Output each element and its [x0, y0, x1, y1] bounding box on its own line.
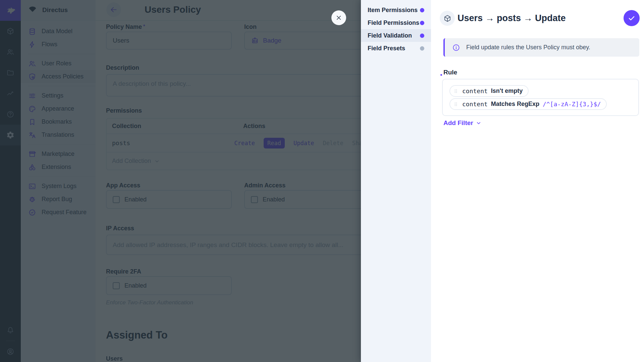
add-filter-label: Add Filter [443, 119, 473, 127]
save-button[interactable] [624, 10, 640, 26]
chevron-down-icon [475, 120, 482, 126]
drawer-nav-field-validation[interactable]: Field Validation [361, 29, 431, 42]
filter-value[interactable]: /^[a-zA-Z]{3,}$/ [543, 101, 601, 108]
filter-operator[interactable]: Matches RegExp [491, 101, 539, 108]
filter-operator[interactable]: Isn't empty [491, 87, 523, 95]
close-icon [335, 14, 343, 22]
filter-row: contentIsn't empty [449, 85, 529, 97]
drawer-nav-item-permissions[interactable]: Item Permissions [361, 4, 431, 16]
drawer-nav-label: Field Validation [368, 32, 420, 39]
filter-field[interactable]: content [462, 101, 488, 108]
permissions-drawer: Item PermissionsField PermissionsField V… [361, 0, 644, 362]
drawer-nav-label: Field Permissions [368, 19, 420, 26]
rule-filter-box: contentIsn't emptycontentMatches RegExp/… [442, 79, 639, 116]
drawer-nav-field-presets[interactable]: Field Presets [361, 42, 431, 55]
drawer-title: Users → posts → Update [458, 13, 566, 23]
add-filter-button[interactable]: Add Filter [443, 119, 482, 127]
status-dot [420, 21, 424, 25]
status-dot [420, 8, 424, 12]
drawer-nav-field-permissions[interactable]: Field Permissions [361, 16, 431, 29]
drawer-nav: Item PermissionsField PermissionsField V… [361, 0, 431, 362]
rule-label: Rule [443, 69, 457, 76]
filter-field[interactable]: content [462, 87, 488, 95]
info-banner: Field update rules the Users Policy must… [443, 38, 639, 57]
rule-edited-dot [440, 74, 442, 76]
info-icon [452, 44, 460, 52]
check-icon [627, 14, 636, 22]
drag-handle-icon[interactable] [453, 101, 459, 107]
cube-icon [443, 14, 451, 22]
status-dot [420, 34, 424, 38]
close-drawer-button[interactable] [331, 10, 346, 25]
drawer-header-icon-circle [440, 11, 455, 26]
drawer-panel: Users → posts → Update Field update rule… [431, 0, 644, 362]
info-banner-text: Field update rules the Users Policy must… [466, 44, 590, 51]
filter-row: contentMatches RegExp/^[a-zA-Z]{3,}$/ [449, 98, 607, 110]
status-dot [420, 46, 424, 51]
drawer-nav-label: Field Presets [368, 45, 420, 52]
drawer-nav-label: Item Permissions [368, 7, 420, 14]
drag-handle-icon[interactable] [453, 88, 459, 94]
